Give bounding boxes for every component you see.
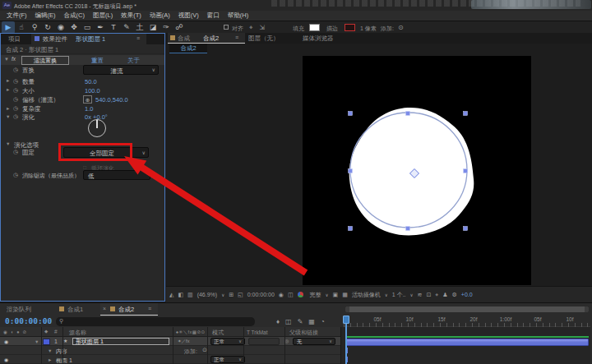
composition-canvas[interactable] xyxy=(303,56,531,285)
tab-comp2[interactable]: × 合成2 ≡ xyxy=(100,303,158,316)
chevron-down-icon[interactable]: ∨ xyxy=(221,293,224,297)
pen-tool[interactable]: ✒ xyxy=(94,21,107,34)
show-channels-icon[interactable] xyxy=(298,292,303,297)
puppet-pin-tool[interactable]: ☍ xyxy=(173,21,186,34)
stroke-width[interactable]: 1 像素 xyxy=(360,25,377,33)
stroke-label[interactable]: 描边 xyxy=(326,25,338,33)
hand-tool[interactable]: ☝ xyxy=(15,21,28,34)
col-trkmat[interactable]: T TrkMat xyxy=(247,329,268,335)
selection-tool[interactable]: ▶ xyxy=(2,21,15,34)
stopwatch-icon[interactable]: ◷ xyxy=(13,172,18,178)
complexity-value[interactable]: 1.0 xyxy=(85,105,93,113)
show-snapshot-icon[interactable]: ◫ xyxy=(288,292,294,298)
solo-icon[interactable]: ● xyxy=(16,329,19,334)
twirl-down-icon[interactable]: ▼ xyxy=(48,348,52,353)
stopwatch-icon[interactable]: ◷ xyxy=(13,78,18,85)
gear-icon[interactable]: ⚙ xyxy=(452,292,457,298)
stopwatch-icon[interactable]: ◷ xyxy=(13,113,18,120)
twirl-right-icon[interactable]: ► xyxy=(48,357,52,362)
view-layout-label[interactable]: 1 个.. xyxy=(392,291,406,299)
menu-item[interactable]: 合成(C) xyxy=(60,11,89,21)
lock-icon[interactable]: ⊘ xyxy=(22,329,26,334)
video-eye-icon[interactable]: ◉ xyxy=(3,329,7,334)
handle-top-left[interactable] xyxy=(349,112,353,116)
size-value[interactable]: 100.0 xyxy=(85,87,100,94)
stopwatch-icon[interactable]: ◷ xyxy=(13,96,18,103)
exposure-value[interactable]: +0.0 xyxy=(461,292,473,297)
type-tool[interactable]: T xyxy=(107,21,120,34)
antialiasing-dropdown[interactable]: 低 xyxy=(83,170,150,180)
comp-flowchart-icon[interactable]: ⌖ xyxy=(435,292,438,298)
motion-blur-icon[interactable]: ◔ xyxy=(321,318,325,325)
camera-tool[interactable]: ◉ xyxy=(54,21,67,34)
tab-footage[interactable]: 媒体浏览器 xyxy=(303,35,334,43)
layer-duration-bar[interactable] xyxy=(345,339,589,346)
menu-item[interactable]: 视图(V) xyxy=(174,11,203,21)
chevron-down-icon[interactable]: ∨ xyxy=(385,293,388,297)
col-mode[interactable]: 模式 xyxy=(212,329,224,337)
comp-timecode[interactable]: 0:00:00:00 xyxy=(247,292,275,297)
displacement-dropdown[interactable]: 湍流 ∨ xyxy=(83,65,159,75)
twirl-right-icon[interactable]: ► xyxy=(6,78,10,83)
reset-button[interactable]: 重置 xyxy=(91,57,104,65)
view-label[interactable]: 活动摄像机 xyxy=(352,291,381,299)
chevron-down-icon[interactable]: ∨ xyxy=(410,293,414,297)
blend-mode-dropdown[interactable]: 正常 ∨ xyxy=(210,338,245,346)
panel-menu-icon[interactable]: ≡ xyxy=(136,35,140,41)
parent-dropdown[interactable]: 无 ∨ xyxy=(293,338,335,346)
add-shape-icon[interactable]: ⊙ xyxy=(202,347,207,353)
handle-bottom-center[interactable] xyxy=(406,227,410,231)
timeline-button-icon[interactable]: ⊡ xyxy=(426,292,431,298)
effect-name[interactable]: 湍流置换 xyxy=(21,56,69,65)
tab-effect-controls[interactable]: 效果控件 形状图层 1 ≡ xyxy=(31,34,146,44)
snap-option-icon[interactable]: ⌖ xyxy=(249,24,253,32)
shy-icon[interactable]: ✎ xyxy=(298,318,303,325)
stroke-swatch[interactable] xyxy=(345,24,355,31)
offset-value[interactable]: 540.0,540.0 xyxy=(95,96,128,104)
pan-behind-tool[interactable]: ✥ xyxy=(67,21,81,34)
playhead-handle[interactable] xyxy=(343,316,349,324)
rotation-tool[interactable]: ↻ xyxy=(41,21,54,34)
main-viewer-icon[interactable]: ◧ xyxy=(178,292,183,298)
trkmat-dropdown[interactable] xyxy=(248,338,280,346)
snapshot-icon[interactable]: ◉ xyxy=(279,292,284,298)
menu-item[interactable]: 效果(T) xyxy=(117,11,146,21)
work-area-bar[interactable] xyxy=(345,306,589,312)
eye-icon[interactable]: ◉ xyxy=(4,339,8,344)
motion-tracker-icon[interactable]: ♟ xyxy=(442,292,447,298)
twirl-down-icon[interactable]: ▼ xyxy=(4,57,9,62)
transparency-grid-icon[interactable]: ▦ xyxy=(342,292,348,298)
zoom-tool[interactable]: ⚲ xyxy=(28,21,41,34)
evolution-dial[interactable] xyxy=(88,119,106,137)
menu-item[interactable]: 窗口 xyxy=(203,11,224,21)
ellipse-mode-dropdown[interactable]: 正常 ∨ xyxy=(210,356,245,364)
add-shape-icon[interactable]: ⊙ xyxy=(398,24,404,31)
region-of-interest-icon[interactable]: ◱ xyxy=(238,292,243,298)
tab-render-queue[interactable]: 渲染队列 xyxy=(7,306,31,314)
roto-brush-tool[interactable]: ✑ xyxy=(160,21,173,34)
menu-item[interactable]: 帮助(H) xyxy=(224,11,252,21)
tab-composition[interactable]: 合成 合成2 ≡ xyxy=(168,33,245,44)
eye-icon[interactable]: ◉ xyxy=(4,357,8,362)
label-column-icon[interactable]: ◆ xyxy=(44,329,48,334)
playhead-line[interactable] xyxy=(345,324,347,364)
handle-top-center[interactable] xyxy=(406,112,410,116)
layer-name[interactable]: 形状图层 1 xyxy=(72,338,169,346)
tab-project[interactable]: 项目 xyxy=(8,35,21,44)
stopwatch-icon[interactable]: ◷ xyxy=(13,87,18,94)
menu-item[interactable]: 图层(L) xyxy=(89,11,117,21)
close-icon[interactable]: × xyxy=(103,306,106,311)
draft-3d-icon[interactable]: ◫ xyxy=(285,318,292,325)
label-color-chip[interactable] xyxy=(43,339,50,345)
handle-top-right[interactable] xyxy=(464,112,468,116)
snap-checkbox[interactable] xyxy=(224,25,229,30)
work-area-end-handle[interactable] xyxy=(585,306,589,312)
resolution-label[interactable]: 完整 xyxy=(310,291,321,299)
viewer-tab-comp2[interactable]: 合成2 xyxy=(169,44,207,53)
menu-item[interactable]: 编辑(E) xyxy=(31,11,60,21)
layer-switches[interactable]: ✦／fx xyxy=(178,339,189,344)
clone-stamp-tool[interactable]: 土 xyxy=(133,21,146,34)
menu-item[interactable]: 动画(A) xyxy=(146,11,174,21)
chevron-down-icon[interactable]: ∨ xyxy=(326,293,329,297)
time-ruler[interactable]: 05f10f15f20f1:00f05f10f xyxy=(344,316,590,327)
